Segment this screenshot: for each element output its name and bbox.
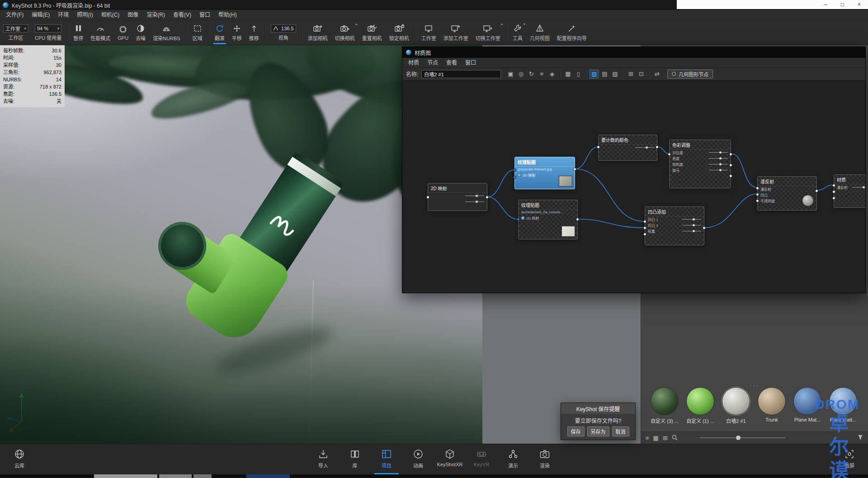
- material-graph-titlebar[interactable]: 材质图: [402, 47, 865, 58]
- save-button[interactable]: 保存: [567, 426, 585, 436]
- menu-render[interactable]: 渲染(R): [142, 10, 169, 20]
- capture-icon[interactable]: ⊡: [637, 70, 646, 79]
- node-port-in[interactable]: [668, 153, 671, 156]
- slider-control[interactable]: [635, 146, 654, 150]
- slider-control[interactable]: [709, 157, 728, 160]
- slider-control[interactable]: [682, 224, 701, 227]
- node-port-in[interactable]: [513, 169, 516, 172]
- node-port-in[interactable]: [426, 196, 429, 199]
- dock-render[interactable]: 渲染: [531, 448, 559, 469]
- filter-funnel-icon[interactable]: [857, 434, 863, 441]
- material-name-input[interactable]: 白墙2 #1: [421, 70, 501, 78]
- node-color-to-number[interactable]: 要计数的颜色: [598, 135, 657, 161]
- node-graph-canvas[interactable]: 2D 映射 纹理贴图 grayscale-thavant.jpg 2D 映射 纹…: [402, 80, 865, 293]
- route-icon[interactable]: ⇄: [652, 70, 661, 79]
- fov-control[interactable]: 136.5 视角: [268, 20, 299, 45]
- slider-control[interactable]: [682, 218, 701, 221]
- menu-environment[interactable]: 环境: [54, 10, 73, 20]
- node-material-root[interactable]: 材质 漫反射: [834, 174, 865, 208]
- dock-keyshotxr[interactable]: KeyShotXR: [436, 448, 464, 469]
- node-bump-add[interactable]: 凹凸添加 凹凸 1 凹凸 2 权重: [645, 206, 704, 245]
- node-port-in[interactable]: [832, 197, 835, 200]
- slider-control[interactable]: [709, 163, 728, 166]
- slider-control[interactable]: [709, 169, 728, 172]
- add-studio-button[interactable]: 添加工作室: [440, 20, 472, 45]
- node-2d-mapping[interactable]: 2D 映射: [428, 183, 487, 211]
- slider-knob[interactable]: [736, 436, 741, 440]
- denoise-button[interactable]: 去噪: [132, 20, 149, 45]
- dock-library[interactable]: 库: [341, 448, 369, 469]
- node-port-in[interactable]: [517, 218, 520, 221]
- save-as-button[interactable]: 另存为: [587, 426, 609, 436]
- node-texture-map-grayscale[interactable]: 纹理贴图 grayscale-thavant.jpg 2D 映射: [514, 157, 575, 189]
- node-diffuse[interactable]: 漫反射 漫反射 凹凸 不透明度: [757, 176, 817, 211]
- pan-button[interactable]: 平移: [228, 20, 245, 45]
- duplicate-icon[interactable]: ▦: [563, 70, 572, 79]
- reset-camera-button[interactable]: 重置相机: [359, 20, 386, 45]
- save-icon[interactable]: ▣: [506, 70, 515, 79]
- node-texture-map-concrete[interactable]: 纹理贴图 archinteriork_0a_concre... 2D 映射: [518, 200, 578, 239]
- region-button[interactable]: 区域: [189, 20, 206, 45]
- node-port-out[interactable]: [573, 168, 576, 171]
- expand-icon[interactable]: ⊞: [626, 70, 635, 79]
- lock-camera-button[interactable]: 锁定相机: [386, 20, 413, 45]
- configurator-wizard-button[interactable]: 配置程序向导: [553, 20, 590, 45]
- show-preview-icon[interactable]: ▨: [590, 70, 599, 79]
- node-port-out[interactable]: [729, 153, 732, 156]
- dock-import[interactable]: 导入: [309, 448, 337, 469]
- material-thumb[interactable]: 自定义 (1) ...: [685, 387, 716, 424]
- add-camera-button[interactable]: 添加相机: [304, 20, 331, 45]
- tools-button[interactable]: ▾ 工具: [509, 20, 526, 45]
- minimize-button[interactable]: –: [824, 2, 827, 7]
- large-grid-view-icon[interactable]: ⊞: [663, 435, 668, 441]
- slider-control[interactable]: [465, 200, 484, 204]
- tumble-button[interactable]: 翻滚: [211, 20, 228, 45]
- node-port-in[interactable]: [756, 187, 759, 190]
- node-port-in[interactable]: [643, 226, 646, 230]
- node-port-out[interactable]: [729, 174, 732, 178]
- node-port-in[interactable]: [756, 199, 759, 202]
- render-nurbs-button[interactable]: 渲染NURBS: [149, 20, 184, 45]
- node-port-out[interactable]: [656, 145, 659, 149]
- pause-button[interactable]: 暂停: [70, 20, 87, 45]
- menu-edit[interactable]: 编辑(E): [28, 10, 54, 20]
- slider-control[interactable]: [682, 230, 701, 233]
- close-button[interactable]: ×: [858, 2, 861, 7]
- sync-icon[interactable]: ↻: [527, 70, 536, 79]
- tags-icon[interactable]: ▧: [610, 70, 619, 79]
- slider-control[interactable]: [709, 151, 728, 155]
- mg-menu-window[interactable]: 窗口: [461, 58, 480, 68]
- material-thumb[interactable]: Paint Matt...: [828, 387, 859, 424]
- node-port-in[interactable]: [597, 145, 600, 149]
- dock-keyvr[interactable]: KeyVR: [467, 448, 495, 469]
- node-port-in[interactable]: [832, 190, 835, 193]
- node-port-in[interactable]: [643, 220, 646, 223]
- menu-window[interactable]: 窗口: [195, 10, 214, 20]
- mg-menu-material[interactable]: 材质: [404, 58, 423, 68]
- slider-control[interactable]: [465, 194, 484, 198]
- node-port-out[interactable]: [729, 164, 732, 167]
- switch-studio-button[interactable]: ▸ 切换工作室: [472, 20, 504, 45]
- node-port-out[interactable]: [486, 196, 489, 199]
- dock-animation[interactable]: 动画: [404, 448, 432, 469]
- geometry-view-button[interactable]: 几何视图: [526, 20, 553, 45]
- dolly-button[interactable]: 推移: [245, 20, 263, 45]
- node-port-in[interactable]: [513, 176, 516, 179]
- dock-presentation[interactable]: 演示: [499, 448, 527, 469]
- thumbnail-size-slider[interactable]: [700, 437, 786, 438]
- find-material-icon[interactable]: ◎: [516, 70, 525, 79]
- dock-screenshot[interactable]: 截屏: [835, 448, 863, 469]
- search-icon[interactable]: [672, 435, 678, 441]
- dock-project[interactable]: 项目: [373, 448, 401, 469]
- cancel-button[interactable]: 取消: [612, 426, 629, 436]
- performance-mode-button[interactable]: 性能模式: [87, 20, 114, 45]
- node-port-in[interactable]: [756, 193, 759, 196]
- mg-menu-node[interactable]: 节点: [423, 58, 442, 68]
- menu-help[interactable]: 帮助(H): [214, 10, 241, 20]
- thumbnails-icon[interactable]: ▤: [600, 70, 609, 79]
- slider-control[interactable]: [852, 186, 865, 189]
- node-port-out[interactable]: [703, 226, 706, 230]
- lock-icon[interactable]: ◈: [547, 70, 557, 79]
- node-port-in[interactable]: [832, 184, 835, 187]
- maximize-button[interactable]: □: [841, 2, 844, 7]
